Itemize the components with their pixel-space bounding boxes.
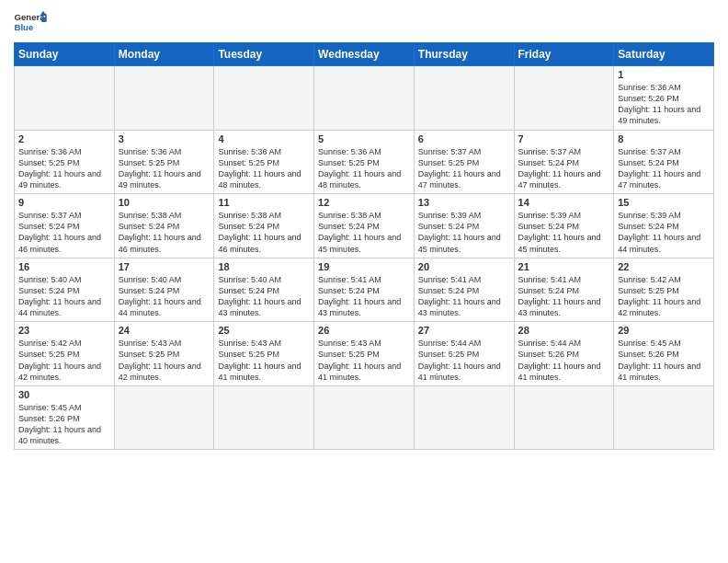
day-number: 7 <box>518 133 610 144</box>
day-sun-info: Sunrise: 5:39 AM Sunset: 5:24 PM Dayligh… <box>618 210 710 255</box>
header-saturday: Saturday <box>614 43 714 66</box>
calendar-cell: 3Sunrise: 5:36 AM Sunset: 5:25 PM Daylig… <box>114 130 214 194</box>
day-number: 29 <box>618 325 710 336</box>
day-number: 16 <box>18 261 110 272</box>
calendar-cell <box>314 385 415 450</box>
day-number: 23 <box>18 325 110 336</box>
day-number: 21 <box>518 261 610 272</box>
day-number: 13 <box>418 197 510 208</box>
calendar-cell: 5Sunrise: 5:36 AM Sunset: 5:25 PM Daylig… <box>314 130 415 194</box>
calendar-cell: 10Sunrise: 5:38 AM Sunset: 5:24 PM Dayli… <box>114 194 214 259</box>
calendar-week-row: 9Sunrise: 5:37 AM Sunset: 5:24 PM Daylig… <box>15 194 714 259</box>
calendar-table: Sunday Monday Tuesday Wednesday Thursday… <box>14 42 714 450</box>
day-sun-info: Sunrise: 5:40 AM Sunset: 5:24 PM Dayligh… <box>18 274 110 319</box>
day-sun-info: Sunrise: 5:38 AM Sunset: 5:24 PM Dayligh… <box>119 210 210 255</box>
calendar-cell: 9Sunrise: 5:37 AM Sunset: 5:24 PM Daylig… <box>15 194 115 259</box>
calendar-cell: 11Sunrise: 5:38 AM Sunset: 5:24 PM Dayli… <box>214 194 314 259</box>
calendar-cell: 25Sunrise: 5:43 AM Sunset: 5:25 PM Dayli… <box>214 322 314 386</box>
calendar-cell <box>414 385 514 450</box>
day-sun-info: Sunrise: 5:38 AM Sunset: 5:24 PM Dayligh… <box>218 210 310 255</box>
calendar-cell: 23Sunrise: 5:42 AM Sunset: 5:25 PM Dayli… <box>15 322 115 386</box>
calendar-cell: 19Sunrise: 5:41 AM Sunset: 5:24 PM Dayli… <box>314 258 415 322</box>
calendar-week-row: 16Sunrise: 5:40 AM Sunset: 5:24 PM Dayli… <box>15 258 714 322</box>
header-thursday: Thursday <box>414 43 514 66</box>
calendar-cell: 2Sunrise: 5:36 AM Sunset: 5:25 PM Daylig… <box>15 130 115 194</box>
calendar-cell <box>114 385 214 450</box>
header-monday: Monday <box>114 43 214 66</box>
day-sun-info: Sunrise: 5:36 AM Sunset: 5:25 PM Dayligh… <box>18 146 110 191</box>
calendar-cell: 12Sunrise: 5:38 AM Sunset: 5:24 PM Dayli… <box>314 194 415 259</box>
day-number: 27 <box>418 325 510 336</box>
day-number: 1 <box>618 69 710 80</box>
day-number: 28 <box>518 325 610 336</box>
day-number: 5 <box>318 133 410 144</box>
day-sun-info: Sunrise: 5:41 AM Sunset: 5:24 PM Dayligh… <box>518 274 610 319</box>
calendar-cell <box>614 385 714 450</box>
day-sun-info: Sunrise: 5:37 AM Sunset: 5:24 PM Dayligh… <box>518 146 610 191</box>
calendar-cell: 17Sunrise: 5:40 AM Sunset: 5:24 PM Dayli… <box>114 258 214 322</box>
day-number: 2 <box>18 133 110 144</box>
header-tuesday: Tuesday <box>214 43 314 66</box>
day-sun-info: Sunrise: 5:43 AM Sunset: 5:25 PM Dayligh… <box>318 338 410 383</box>
calendar-cell: 6Sunrise: 5:37 AM Sunset: 5:25 PM Daylig… <box>414 130 514 194</box>
day-number: 19 <box>318 261 410 272</box>
svg-text:Blue: Blue <box>15 22 34 32</box>
day-number: 12 <box>318 197 410 208</box>
day-number: 10 <box>119 197 210 208</box>
day-sun-info: Sunrise: 5:37 AM Sunset: 5:25 PM Dayligh… <box>418 146 510 191</box>
logo-icon: General Blue <box>14 9 47 35</box>
day-number: 11 <box>218 197 310 208</box>
day-sun-info: Sunrise: 5:36 AM Sunset: 5:25 PM Dayligh… <box>119 146 210 191</box>
day-number: 18 <box>218 261 310 272</box>
day-sun-info: Sunrise: 5:36 AM Sunset: 5:26 PM Dayligh… <box>618 82 710 127</box>
calendar-cell: 21Sunrise: 5:41 AM Sunset: 5:24 PM Dayli… <box>514 258 614 322</box>
calendar-cell: 27Sunrise: 5:44 AM Sunset: 5:25 PM Dayli… <box>414 322 514 386</box>
day-number: 4 <box>218 133 310 144</box>
day-sun-info: Sunrise: 5:38 AM Sunset: 5:24 PM Dayligh… <box>318 210 410 255</box>
calendar-page: General Blue Sunday Monday Tuesday Wedne… <box>0 0 728 563</box>
calendar-cell <box>414 66 514 131</box>
calendar-cell: 22Sunrise: 5:42 AM Sunset: 5:25 PM Dayli… <box>614 258 714 322</box>
day-number: 30 <box>18 389 110 400</box>
calendar-cell: 15Sunrise: 5:39 AM Sunset: 5:24 PM Dayli… <box>614 194 714 259</box>
calendar-cell: 13Sunrise: 5:39 AM Sunset: 5:24 PM Dayli… <box>414 194 514 259</box>
day-sun-info: Sunrise: 5:44 AM Sunset: 5:26 PM Dayligh… <box>518 338 610 383</box>
calendar-cell: 29Sunrise: 5:45 AM Sunset: 5:26 PM Dayli… <box>614 322 714 386</box>
calendar-cell <box>214 385 314 450</box>
svg-marker-3 <box>41 17 46 22</box>
calendar-cell <box>15 66 115 131</box>
day-sun-info: Sunrise: 5:40 AM Sunset: 5:24 PM Dayligh… <box>119 274 210 319</box>
day-number: 25 <box>218 325 310 336</box>
day-sun-info: Sunrise: 5:42 AM Sunset: 5:25 PM Dayligh… <box>18 338 110 383</box>
day-sun-info: Sunrise: 5:45 AM Sunset: 5:26 PM Dayligh… <box>18 402 110 447</box>
day-sun-info: Sunrise: 5:44 AM Sunset: 5:25 PM Dayligh… <box>418 338 510 383</box>
calendar-week-row: 23Sunrise: 5:42 AM Sunset: 5:25 PM Dayli… <box>15 322 714 386</box>
calendar-week-row: 30Sunrise: 5:45 AM Sunset: 5:26 PM Dayli… <box>15 385 714 450</box>
day-sun-info: Sunrise: 5:36 AM Sunset: 5:25 PM Dayligh… <box>318 146 410 191</box>
calendar-cell <box>214 66 314 131</box>
calendar-cell: 14Sunrise: 5:39 AM Sunset: 5:24 PM Dayli… <box>514 194 614 259</box>
day-number: 15 <box>618 197 710 208</box>
calendar-cell: 18Sunrise: 5:40 AM Sunset: 5:24 PM Dayli… <box>214 258 314 322</box>
day-sun-info: Sunrise: 5:39 AM Sunset: 5:24 PM Dayligh… <box>518 210 610 255</box>
calendar-week-row: 1Sunrise: 5:36 AM Sunset: 5:26 PM Daylig… <box>15 66 714 131</box>
header-sunday: Sunday <box>15 43 115 66</box>
calendar-cell: 7Sunrise: 5:37 AM Sunset: 5:24 PM Daylig… <box>514 130 614 194</box>
calendar-cell: 30Sunrise: 5:45 AM Sunset: 5:26 PM Dayli… <box>15 385 115 450</box>
calendar-cell <box>514 385 614 450</box>
day-sun-info: Sunrise: 5:36 AM Sunset: 5:25 PM Dayligh… <box>218 146 310 191</box>
day-sun-info: Sunrise: 5:43 AM Sunset: 5:25 PM Dayligh… <box>218 338 310 383</box>
day-sun-info: Sunrise: 5:37 AM Sunset: 5:24 PM Dayligh… <box>618 146 710 191</box>
day-sun-info: Sunrise: 5:42 AM Sunset: 5:25 PM Dayligh… <box>618 274 710 319</box>
calendar-cell <box>114 66 214 131</box>
header-wednesday: Wednesday <box>314 43 415 66</box>
day-sun-info: Sunrise: 5:40 AM Sunset: 5:24 PM Dayligh… <box>218 274 310 319</box>
day-sun-info: Sunrise: 5:37 AM Sunset: 5:24 PM Dayligh… <box>18 210 110 255</box>
calendar-cell: 20Sunrise: 5:41 AM Sunset: 5:24 PM Dayli… <box>414 258 514 322</box>
logo: General Blue <box>14 9 47 35</box>
day-number: 26 <box>318 325 410 336</box>
calendar-cell <box>314 66 415 131</box>
day-number: 9 <box>18 197 110 208</box>
day-sun-info: Sunrise: 5:41 AM Sunset: 5:24 PM Dayligh… <box>318 274 410 319</box>
calendar-cell: 1Sunrise: 5:36 AM Sunset: 5:26 PM Daylig… <box>614 66 714 131</box>
